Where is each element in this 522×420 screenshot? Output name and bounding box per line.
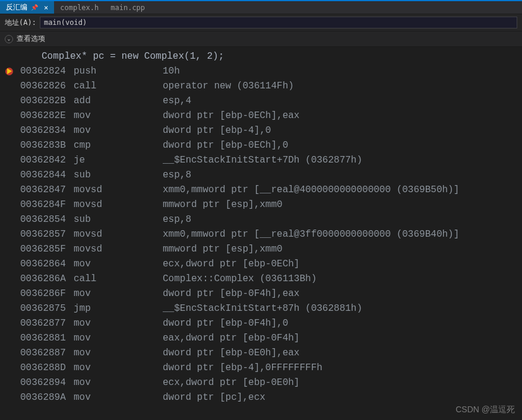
disasm-row[interactable]: 00362894movecx,dword ptr [ebp-0E0h] (0, 376, 522, 390)
tab-main-cpp[interactable]: main.cpp (105, 1, 151, 14)
mnemonic: movsd (74, 183, 163, 198)
address: 00362887 (20, 346, 74, 361)
address: 00362844 (20, 168, 74, 183)
operands: esp,4 (163, 94, 191, 109)
operands: xmm0,mmword ptr [__real@3ff0000000000000… (163, 227, 459, 242)
mnemonic: mov (74, 331, 163, 346)
disasm-row[interactable]: 00362881moveax,dword ptr [ebp-0F4h] (0, 331, 522, 346)
tab-bar: 反汇编 📌 × complex.h main.cpp (0, 0, 522, 14)
mnemonic: movsd (74, 242, 163, 257)
disasm-row[interactable]: 00362847movsdxmm0,mmword ptr [__real@400… (0, 183, 522, 198)
mnemonic: mov (74, 376, 163, 390)
address: 00362847 (20, 183, 74, 198)
address: 00362877 (20, 316, 74, 331)
disasm-row[interactable]: 0036285Fmovsdmmword ptr [esp],xmm0 (0, 242, 522, 257)
tab-complex-h[interactable]: complex.h (54, 1, 105, 14)
view-options-label[interactable]: 查看选项 (17, 34, 45, 44)
disasm-row[interactable]: 00362842je__$EncStackInitStart+7Dh (0362… (0, 153, 522, 168)
disasm-row[interactable]: 00362834movdword ptr [ebp-4],0 (0, 123, 522, 138)
mnemonic: mov (74, 109, 163, 123)
operands: xmm0,mmword ptr [__real@4000000000000000… (163, 183, 459, 198)
operands: __$EncStackInitStart+7Dh (0362877h) (163, 153, 362, 168)
gutter[interactable] (0, 67, 20, 77)
address: 0036282E (20, 109, 74, 123)
address: 0036289A (20, 390, 74, 405)
address: 0036286A (20, 272, 74, 287)
operands: operator new (036114Fh) (163, 79, 294, 94)
close-icon[interactable]: × (44, 4, 48, 12)
tab-label: complex.h (60, 4, 99, 12)
operands: 10h (163, 64, 180, 79)
mnemonic: sub (74, 212, 163, 227)
operands: mmword ptr [esp],xmm0 (163, 198, 283, 212)
mnemonic: add (74, 94, 163, 109)
address: 0036284F (20, 198, 74, 212)
operands: dword ptr [ebp-4],0 (163, 123, 271, 138)
mnemonic: movsd (74, 227, 163, 242)
address: 00362834 (20, 123, 74, 138)
disasm-row[interactable]: 00362864movecx,dword ptr [ebp-0ECh] (0, 257, 522, 272)
disasm-row[interactable]: 00362857movsdxmm0,mmword ptr [__real@3ff… (0, 227, 522, 242)
address: 00362824 (20, 64, 74, 79)
disassembly-pane[interactable]: Complex* pc = new Complex(1, 2); 0036282… (0, 47, 522, 408)
operands: dword ptr [ebp-4],0FFFFFFFFh (163, 361, 322, 376)
address: 0036288D (20, 361, 74, 376)
disasm-row[interactable]: 00362844subesp,8 (0, 168, 522, 183)
breakpoint-current-icon[interactable] (5, 67, 15, 77)
tab-disassembly[interactable]: 反汇编 📌 × (0, 1, 54, 14)
address: 00362864 (20, 257, 74, 272)
mnemonic: mov (74, 123, 163, 138)
address: 00362875 (20, 301, 74, 316)
address: 0036285F (20, 242, 74, 257)
mnemonic: je (74, 153, 163, 168)
mnemonic: jmp (74, 301, 163, 316)
disasm-row[interactable]: 00362887movdword ptr [ebp-0E0h],eax (0, 346, 522, 361)
mnemonic: call (74, 79, 163, 94)
disasm-row[interactable]: 0036282Emovdword ptr [ebp-0ECh],eax (0, 109, 522, 123)
address-bar: 地址(A): (0, 14, 522, 31)
disasm-row[interactable]: 0036283Bcmpdword ptr [ebp-0ECh],0 (0, 138, 522, 153)
disasm-row[interactable]: 0036286Fmovdword ptr [ebp-0F4h],eax (0, 287, 522, 301)
disasm-row[interactable]: 0036286AcallComplex::Complex (036113Bh) (0, 272, 522, 287)
operands: dword ptr [ebp-0F4h],0 (163, 316, 288, 331)
operands: dword ptr [ebp-0F4h],eax (163, 287, 299, 301)
address-input[interactable] (40, 17, 517, 28)
mnemonic: sub (74, 168, 163, 183)
pin-icon[interactable]: 📌 (31, 4, 38, 11)
watermark: CSDN @温逗死 (455, 405, 515, 415)
disasm-row[interactable]: 00362875jmp__$EncStackInitStart+87h (036… (0, 301, 522, 316)
mnemonic: call (74, 272, 163, 287)
disasm-row[interactable]: 0036284Fmovsdmmword ptr [esp],xmm0 (0, 198, 522, 212)
mnemonic: mov (74, 316, 163, 331)
mnemonic: push (74, 64, 163, 79)
operands: esp,8 (163, 168, 191, 183)
operands: Complex::Complex (036113Bh) (163, 272, 317, 287)
address: 00362842 (20, 153, 74, 168)
operands: ecx,dword ptr [ebp-0ECh] (163, 257, 299, 272)
disasm-row[interactable]: 00362877movdword ptr [ebp-0F4h],0 (0, 316, 522, 331)
chevron-down-icon[interactable]: ⌄ (5, 35, 13, 43)
address: 0036282B (20, 94, 74, 109)
operands: eax,dword ptr [ebp-0F4h] (163, 331, 299, 346)
disasm-row[interactable]: 0036288Dmovdword ptr [ebp-4],0FFFFFFFFh (0, 361, 522, 376)
operands: __$EncStackInitStart+87h (0362881h) (163, 301, 362, 316)
disasm-row[interactable]: 0036289Amovdword ptr [pc],ecx (0, 390, 522, 405)
address: 00362826 (20, 79, 74, 94)
disasm-row[interactable]: 00362854subesp,8 (0, 212, 522, 227)
disasm-row[interactable]: 00362824push10h (0, 64, 522, 79)
address: 00362881 (20, 331, 74, 346)
view-options-bar: ⌄ 查看选项 (0, 31, 522, 47)
address: 00362894 (20, 376, 74, 390)
operands: mmword ptr [esp],xmm0 (163, 242, 283, 257)
operands: dword ptr [ebp-0ECh],eax (163, 109, 299, 123)
address-label: 地址(A): (5, 18, 36, 28)
source-line: Complex* pc = new Complex(1, 2); (0, 49, 522, 64)
disasm-row[interactable]: 0036282Baddesp,4 (0, 94, 522, 109)
address: 0036286F (20, 287, 74, 301)
operands: dword ptr [ebp-0ECh],0 (163, 138, 288, 153)
address: 00362854 (20, 212, 74, 227)
disasm-row[interactable]: 00362826calloperator new (036114Fh) (0, 79, 522, 94)
address: 00362857 (20, 227, 74, 242)
mnemonic: mov (74, 346, 163, 361)
mnemonic: movsd (74, 198, 163, 212)
